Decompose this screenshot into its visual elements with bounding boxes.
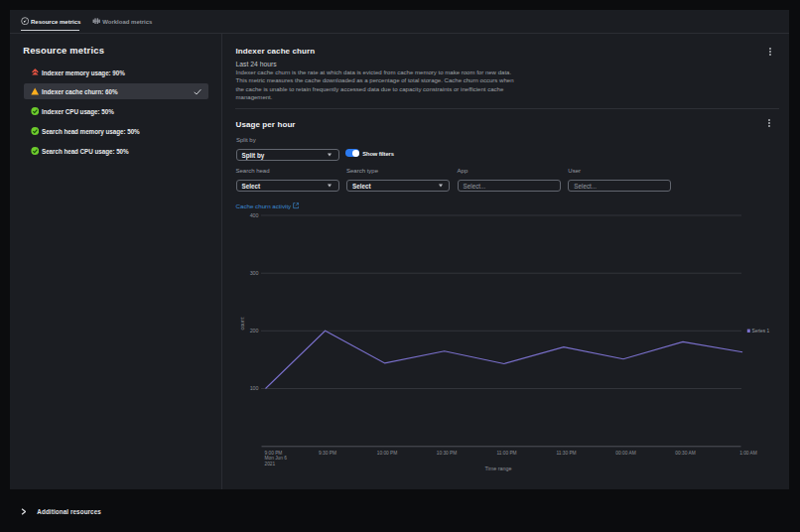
svg-text:2021: 2021	[265, 462, 276, 466]
svg-text:Series 1: Series 1	[752, 329, 770, 333]
svg-text:9:00 PM: 9:00 PM	[265, 451, 283, 456]
svg-text:200: 200	[250, 328, 259, 333]
svg-text:Mon Jun 6: Mon Jun 6	[265, 456, 288, 461]
svg-text:00:30 AM: 00:30 AM	[675, 451, 695, 456]
svg-text:9:30 PM: 9:30 PM	[319, 451, 336, 456]
svg-text:300: 300	[250, 270, 259, 276]
svg-text:100: 100	[250, 385, 259, 391]
svg-text:400: 400	[250, 212, 259, 218]
svg-text:11:00 PM: 11:00 PM	[496, 451, 516, 456]
svg-text:10:00 PM: 10:00 PM	[377, 451, 398, 456]
svg-text:count: count	[239, 317, 245, 330]
svg-text:1:00 AM: 1:00 AM	[739, 451, 757, 456]
svg-text:00:00 AM: 00:00 AM	[615, 451, 635, 456]
svg-text:10:30 PM: 10:30 PM	[437, 451, 458, 456]
svg-text:11:30 PM: 11:30 PM	[556, 451, 576, 456]
svg-text:Time range: Time range	[484, 466, 511, 471]
